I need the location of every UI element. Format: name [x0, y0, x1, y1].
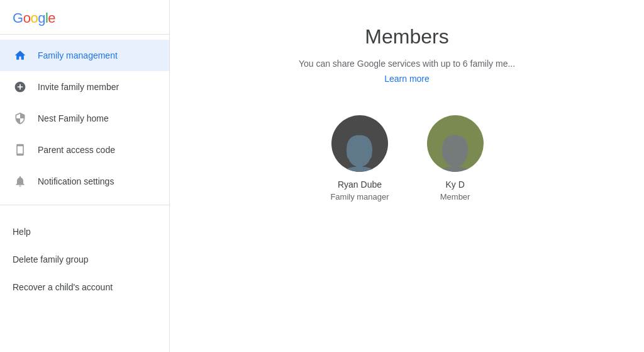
recover-child-label: Recover a child's account: [13, 282, 113, 292]
logo-letter-e: e: [48, 10, 55, 26]
home-icon: [13, 48, 28, 63]
sidebar-item-invite-family[interactable]: Invite family member: [0, 71, 169, 103]
logo-area: Google: [0, 0, 169, 35]
help-label: Help: [13, 227, 31, 237]
member-role-ryan: Family manager: [330, 192, 389, 202]
sidebar-label-nest-family: Nest Family home: [38, 113, 109, 123]
ryan-silhouette: [331, 115, 388, 172]
add-circle-icon: [13, 79, 28, 94]
members-subtitle: You can share Google services with up to…: [208, 59, 606, 69]
members-title: Members: [208, 25, 606, 48]
member-card-ky: Ky D Member: [427, 115, 484, 202]
main-content: Members You can share Google services wi…: [170, 0, 644, 352]
delete-family-label: Delete family group: [13, 254, 89, 264]
logo-letter-o1: o: [23, 10, 31, 26]
logo-letter-o2: o: [30, 10, 38, 26]
logo-letter-g2: g: [38, 10, 45, 26]
nav-bottom-section: Help Delete family group Recover a child…: [0, 213, 169, 306]
phone-icon: [13, 142, 28, 157]
member-role-ky: Member: [440, 192, 470, 202]
sidebar: Google Family management Invite family m…: [0, 0, 170, 352]
sidebar-label-notifications: Notification settings: [38, 176, 114, 186]
avatar-ky: [427, 115, 484, 172]
member-name-ky: Ky D: [445, 179, 464, 190]
learn-more-link[interactable]: Learn more: [208, 74, 606, 84]
sidebar-label-parent-access: Parent access code: [38, 145, 115, 155]
logo-letter-g: G: [13, 10, 23, 26]
nest-icon: [13, 111, 28, 126]
sidebar-item-nest-family-home[interactable]: Nest Family home: [0, 103, 169, 134]
members-grid: Ryan Dube Family manager Ky D Member: [208, 115, 606, 202]
nav-divider: [0, 205, 169, 205]
sidebar-item-parent-access-code[interactable]: Parent access code: [0, 134, 169, 166]
sidebar-item-family-management[interactable]: Family management: [0, 40, 169, 71]
sidebar-label-family-management: Family management: [38, 50, 118, 60]
member-card-ryan: Ryan Dube Family manager: [330, 115, 389, 202]
bell-icon: [13, 174, 28, 189]
sidebar-item-notification-settings[interactable]: Notification settings: [0, 166, 169, 197]
avatar-ryan: [331, 115, 388, 172]
sidebar-item-delete-family-group[interactable]: Delete family group: [0, 246, 169, 273]
nav-menu: Family management Invite family member N…: [0, 35, 169, 352]
ky-silhouette: [427, 115, 484, 172]
sidebar-item-help[interactable]: Help: [0, 218, 169, 246]
google-logo: Google: [13, 10, 157, 26]
member-name-ryan: Ryan Dube: [338, 179, 382, 190]
sidebar-item-recover-child-account[interactable]: Recover a child's account: [0, 273, 169, 301]
sidebar-label-invite-family: Invite family member: [38, 82, 119, 92]
